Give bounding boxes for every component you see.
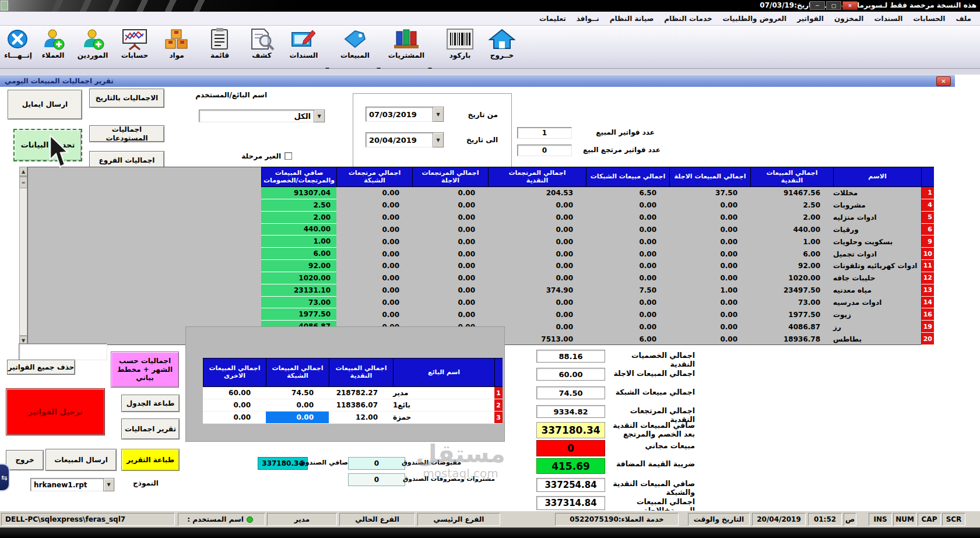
cell-name[interactable]: ادوات مدرسيه (833, 297, 921, 309)
chevron-down-icon[interactable]: ▼ (314, 110, 325, 122)
maximize-button[interactable]: ▢ (826, 1, 841, 10)
cell-name[interactable]: بطاطس (833, 333, 921, 345)
cell-name[interactable]: مخللات (833, 187, 921, 199)
cell-net[interactable]: 1977.50 (261, 308, 336, 321)
table-row[interactable]: 73.000.000.000.000.000.0073.00ادوات مدرس… (261, 297, 934, 309)
cell-net[interactable]: 23131.10 (261, 284, 336, 297)
scrollbar-thumb[interactable]: ≡ (19, 177, 27, 188)
cell-cash_sales[interactable]: 18936.78 (750, 333, 833, 345)
toolbar-button-purchases[interactable]: المشتريات (389, 27, 423, 66)
cell-credit_sales[interactable]: 1.00 (669, 284, 750, 297)
remote-control-icon[interactable]: ⇆ (0, 463, 10, 491)
cell-network_sales[interactable]: 0.00 (586, 199, 669, 212)
seller-row[interactable]: 60.0074.50218782.27مدير1 (203, 387, 503, 399)
cell-net_returns[interactable]: 0.00 (336, 297, 412, 309)
cell-credit_sales[interactable]: 0.00 (669, 235, 750, 248)
taskbar-app-icon[interactable] (1, 1, 8, 10)
table-row[interactable]: 6.000.000.000.000.000.006.00ادوات تجميل1… (261, 248, 934, 260)
cell-cash_returns[interactable]: 0.00 (488, 260, 586, 272)
cell-cash_returns[interactable]: 204.53 (488, 187, 586, 199)
cell-network_sales[interactable]: 0.00 (586, 308, 669, 321)
cell-credit_sales[interactable]: 0.00 (669, 272, 750, 284)
cell-cash_sales[interactable]: 440.00 (750, 224, 833, 236)
seller-cell-network[interactable]: 74.50 (266, 387, 329, 399)
toolbar-button-home[interactable]: خــروج (485, 27, 519, 66)
cell-credit_returns[interactable]: 0.00 (412, 272, 488, 284)
cell-cash_sales[interactable]: 2.50 (750, 199, 833, 212)
menu-item-0[interactable]: ملف (950, 15, 977, 23)
table-row[interactable]: 2.500.000.000.000.000.002.50مشروبات4 (261, 199, 934, 212)
template-combobox[interactable]: hrkanew1.rpt ▼ (30, 478, 115, 491)
cell-net_returns[interactable]: 0.00 (336, 272, 412, 284)
toolbar-button-vouchers[interactable]: السندات (287, 27, 321, 66)
cell-network_sales[interactable]: 0.00 (586, 272, 669, 284)
seller-cell-name[interactable]: حمزة (393, 412, 494, 424)
cell-network_sales[interactable]: 7.50 (586, 284, 669, 297)
cell-cash_sales[interactable]: 2.00 (750, 212, 833, 224)
seller-filter-combobox[interactable]: الكل ▼ (199, 110, 325, 122)
cell-net_returns[interactable]: 0.00 (336, 199, 412, 212)
cell-net[interactable]: 1020.00 (261, 272, 336, 284)
menu-item-4[interactable]: الفواتير (792, 15, 829, 23)
cell-net[interactable]: 73.00 (261, 297, 336, 309)
cell-name[interactable]: ادوات منزليه (833, 212, 921, 224)
seller-cell-other[interactable]: 0.00 (203, 412, 266, 424)
cell-network_sales[interactable]: 6.00 (586, 333, 669, 345)
seller-row[interactable]: 0.000.0012.00حمزة3 (203, 412, 503, 424)
toolbar-button-suppliers[interactable]: الموردين (76, 27, 110, 66)
chevron-down-icon[interactable]: ▼ (433, 132, 444, 147)
print-table-button[interactable]: طباعة الجدول (121, 395, 180, 412)
seller-row[interactable]: 0.000.00118386.07بائع12 (203, 399, 503, 412)
send-sales-button[interactable]: ارسال المبيعات (45, 449, 117, 471)
seller-cell-name[interactable]: مدير (393, 387, 494, 399)
cell-name[interactable]: رز (833, 321, 921, 333)
cell-cash_sales[interactable]: 73.00 (750, 297, 833, 309)
toolbar-button-exit[interactable]: إنــهـــاء (1, 27, 35, 66)
scrollbar-track[interactable] (19, 176, 27, 336)
cell-credit_returns[interactable]: 0.00 (412, 235, 488, 248)
cell-cash_returns[interactable]: 0.00 (488, 248, 586, 260)
cell-network_sales[interactable]: 0.00 (586, 297, 669, 309)
cell-credit_returns[interactable]: 0.00 (412, 284, 488, 297)
seller-cell-network[interactable]: 0.00 (266, 412, 329, 424)
cell-credit_sales[interactable]: 0.00 (669, 224, 750, 236)
cell-credit_sales[interactable]: 0.00 (669, 248, 750, 260)
cell-cash_sales[interactable]: 1020.00 (750, 272, 833, 284)
cell-net[interactable]: 6.00 (261, 248, 336, 260)
cell-cash_sales[interactable]: 1.00 (750, 235, 833, 248)
report-close-button[interactable]: ✕ (936, 76, 951, 86)
cell-credit_sales[interactable]: 0.00 (669, 297, 750, 309)
cell-net_returns[interactable]: 0.00 (336, 260, 412, 272)
cell-name[interactable]: ادوات تجميل (833, 248, 921, 260)
cell-net_returns[interactable]: 0.00 (336, 224, 412, 236)
from-date-picker[interactable]: 07/03/2019 ▼ (366, 107, 444, 122)
cell-net_returns[interactable]: 0.00 (336, 212, 412, 224)
close-button[interactable]: ✕ (842, 1, 858, 10)
post-invoices-button[interactable]: ترحيل الفواتير (6, 388, 105, 435)
totals-by-date-button[interactable]: الاجماليات بالتاريخ (89, 89, 164, 108)
toolbar-button-barcode[interactable]: باركود (443, 27, 477, 66)
cell-name[interactable]: مياه معدنيه (833, 284, 921, 297)
cell-network_sales[interactable]: 0.00 (586, 212, 669, 224)
cell-name[interactable]: حليبات جافه (833, 272, 921, 284)
table-row[interactable]: 23131.100.000.00374.907.501.0023497.50مي… (261, 284, 934, 297)
cell-cash_returns[interactable]: 0.00 (488, 224, 586, 236)
delete-all-invoices-button[interactable]: حذف جميع الفواتير (7, 360, 75, 375)
seller-cell-cash[interactable]: 118386.07 (329, 399, 393, 412)
table-row[interactable]: 92.000.000.000.000.000.0092.00ادوات كهرب… (261, 260, 934, 272)
cell-net[interactable]: 91307.04 (261, 187, 336, 199)
cell-net_returns[interactable]: 0.00 (336, 284, 412, 297)
cell-net[interactable]: 2.50 (261, 199, 336, 212)
seller-cell-name[interactable]: بائع1 (393, 399, 494, 412)
cell-credit_returns[interactable]: 0.00 (412, 224, 488, 236)
chevron-down-icon[interactable]: ▼ (103, 478, 114, 491)
exit-button[interactable]: خروج (6, 450, 44, 470)
cell-cash_returns[interactable]: 0.00 (488, 235, 586, 248)
totals-report-button[interactable]: تقرير اجماليات (121, 419, 180, 439)
empty-field[interactable] (19, 343, 107, 360)
toolbar-button-statement[interactable]: كشف (245, 27, 279, 66)
cell-credit_sales[interactable]: 0.00 (669, 308, 750, 321)
cell-name[interactable]: ورقيات (833, 224, 921, 236)
seller-cell-cash[interactable]: 12.00 (329, 412, 393, 424)
cell-net_returns[interactable]: 0.00 (336, 308, 412, 321)
